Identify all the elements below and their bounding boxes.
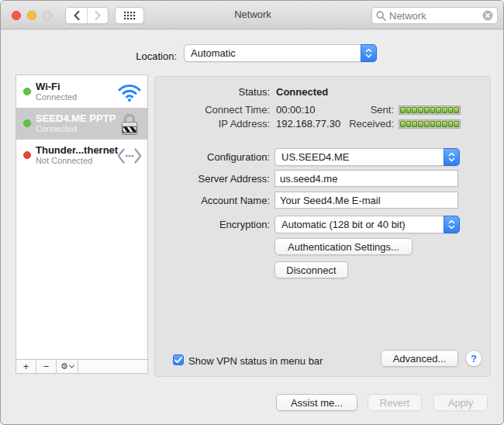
- connect-time-label: Connect Time:: [156, 104, 270, 116]
- sidebar-item-seed4me-pptp[interactable]: SEED4.ME PPTP Connected: [16, 108, 147, 140]
- encryption-label: Encryption:: [156, 216, 270, 233]
- remove-service-button[interactable]: −: [36, 360, 57, 373]
- gear-icon: ⚙: [60, 362, 68, 371]
- status-label: Status:: [156, 86, 270, 98]
- search-input[interactable]: [389, 10, 482, 22]
- received-traffic-meter: [399, 119, 461, 129]
- add-service-button[interactable]: +: [16, 360, 36, 373]
- network-preferences-window: Network Location: Automatic Wi-Fi Connec…: [0, 0, 504, 425]
- sidebar-item-thunderbolt-ethernet[interactable]: Thunder...thernet Not Connected: [16, 140, 147, 171]
- sent-traffic-meter: [399, 105, 461, 115]
- configuration-label: Configuration:: [156, 148, 270, 166]
- popup-stepper-icon: [444, 216, 460, 233]
- disconnect-button[interactable]: Disconnect: [274, 261, 348, 278]
- status-dot-connected: [23, 119, 31, 127]
- minus-icon: −: [43, 361, 50, 371]
- sidebar-toolbar: + − ⚙: [16, 359, 147, 373]
- search-field[interactable]: [371, 7, 498, 24]
- service-name: SEED4.ME PPTP: [36, 112, 116, 124]
- service-name: Thunder...thernet: [36, 144, 118, 156]
- ip-address-label: IP Address:: [156, 118, 270, 130]
- location-label: Location:: [78, 47, 177, 65]
- vpn-lock-icon: [116, 110, 143, 137]
- wifi-icon: [116, 78, 143, 105]
- popup-stepper-icon: [444, 148, 460, 166]
- status-dot-not-connected: [23, 151, 31, 159]
- configuration-popup-value: US.SEED4.ME: [275, 151, 444, 163]
- checkmark-icon: [174, 357, 182, 364]
- service-status: Connected: [36, 92, 77, 102]
- search-icon: [376, 11, 386, 21]
- sent-label: Sent:: [326, 104, 394, 116]
- service-status: Not Connected: [36, 156, 92, 165]
- encryption-popup-value: Automatic (128 bit or 40 bit): [275, 219, 444, 230]
- plus-icon: +: [23, 361, 29, 371]
- advanced-button[interactable]: Advanced...: [381, 350, 458, 367]
- service-status: Connected: [36, 124, 77, 133]
- show-vpn-status-label: Show VPN status in menu bar: [188, 355, 323, 367]
- sidebar-item-wifi[interactable]: Wi-Fi Connected: [16, 76, 147, 108]
- status-value: Connected: [276, 86, 328, 98]
- connect-time-value: 00:00:10: [276, 104, 316, 116]
- location-popup[interactable]: Automatic: [184, 44, 377, 62]
- encryption-popup[interactable]: Automatic (128 bit or 40 bit): [274, 216, 460, 233]
- account-name-input[interactable]: [274, 192, 458, 209]
- apply-button: Apply: [433, 394, 488, 411]
- help-button[interactable]: ?: [465, 350, 482, 367]
- authentication-settings-button[interactable]: Authentication Settings...: [274, 238, 413, 255]
- service-action-menu-button[interactable]: ⚙: [57, 360, 78, 373]
- status-dot-connected: [23, 88, 31, 95]
- question-mark-icon: ?: [471, 353, 477, 365]
- received-label: Received:: [326, 118, 394, 130]
- service-name: Wi-Fi: [36, 81, 60, 92]
- server-address-label: Server Address:: [156, 170, 270, 188]
- revert-button: Revert: [368, 394, 422, 411]
- clear-search-icon[interactable]: [482, 10, 493, 21]
- configuration-popup[interactable]: US.SEED4.ME: [274, 148, 460, 166]
- server-address-input[interactable]: [274, 170, 458, 187]
- account-name-label: Account Name:: [156, 192, 270, 209]
- titlebar: Network: [1, 1, 504, 29]
- show-vpn-status-checkbox[interactable]: [173, 354, 184, 365]
- assist-me-button[interactable]: Assist me...: [276, 394, 357, 411]
- ethernet-icon: [116, 142, 143, 169]
- location-popup-value: Automatic: [185, 47, 361, 59]
- popup-stepper-icon: [361, 44, 377, 62]
- services-sidebar: Wi-Fi Connected SEED4.ME PPTP Connected: [16, 74, 148, 374]
- chevron-down-icon: [69, 363, 74, 368]
- toolbar-spacer: [78, 360, 147, 373]
